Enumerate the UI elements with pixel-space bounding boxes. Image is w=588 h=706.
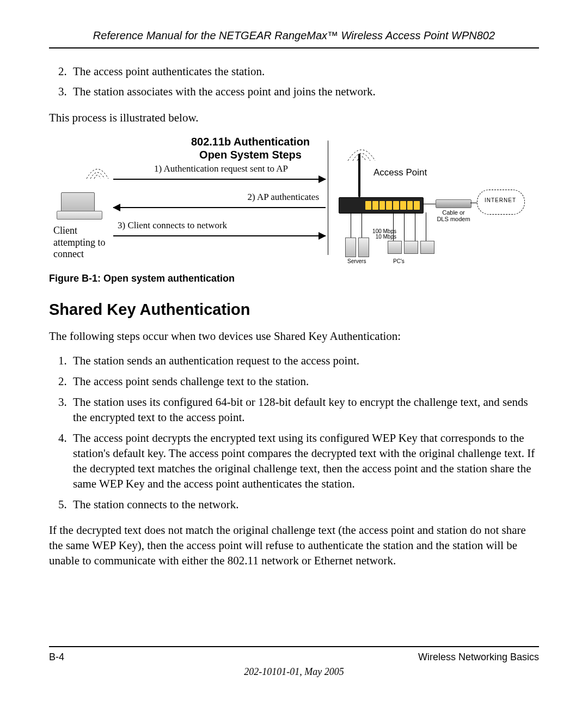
auth-arrows: 1) Authentication request sent to AP 2) … [113,163,326,259]
internet-label: INTERNET [477,197,524,203]
pc-icon [404,241,418,254]
servers-label: Servers [347,258,366,264]
wifi-signal-icon [345,142,378,163]
list-item: The station uses its configured 64-bit o… [70,395,539,425]
modem-label: Cable or DLS modem [436,209,471,222]
step-label: 2) AP authenticates [118,192,319,203]
modem-icon [436,199,471,208]
figure-title: 802.11b Authentication Open System Steps [174,135,327,161]
figure-open-system-auth: 802.11b Authentication Open System Steps… [49,135,474,263]
doc-info: 202-10101-01, May 2005 [49,666,539,678]
step-label: 1) Authentication request sent to AP [118,163,324,174]
open-system-steps-cont: The access point authenticates the stati… [49,64,539,100]
figure-title-line1: 802.11b Authentication [191,136,310,148]
footer-section: Wireless Networking Basics [418,652,539,663]
list-item: The access point sends challenge text to… [70,374,539,389]
pc-icon [420,241,434,254]
arrow-left-icon [113,207,326,208]
running-header: Reference Manual for the NETGEAR RangeMa… [49,29,539,48]
client-label: Client attempting to connect [53,225,113,260]
server-icon [358,238,369,257]
pcs-label: PC's [393,258,405,264]
page-footer: B-4 Wireless Networking Basics 202-10101… [49,646,539,678]
shared-key-steps: The station sends an authentication requ… [49,354,539,512]
list-item: The station associates with the access p… [70,84,539,100]
page-number: B-4 [49,652,64,663]
router-icon [339,197,424,214]
divider [328,141,328,255]
network-diagram: Access Point Cable or DLS modem INTERNET [334,142,525,261]
speed-label: 100 Mbps10 Mbps [365,229,396,240]
list-item: The access point decrypts the encrypted … [70,431,539,492]
illustrated-text: This process is illustrated below. [49,110,539,125]
internet-cloud-icon: INTERNET [477,190,524,214]
arrow-right-icon [113,235,326,236]
list-item: The station sends an authentication requ… [70,354,539,369]
closing-paragraph: If the decrypted text does not match the… [49,522,539,569]
section-intro: The following steps occur when two devic… [49,328,539,344]
pc-icon [388,241,402,254]
ap-label: Access Point [373,167,427,178]
arrow-right-icon [113,179,326,180]
page: Reference Manual for the NETGEAR RangeMa… [0,0,588,706]
antenna-icon [358,154,360,197]
list-item: The access point authenticates the stati… [70,64,539,80]
step-label: 3) Client connects to network [118,220,324,231]
section-heading-shared-key: Shared Key Authentication [49,301,539,319]
figure-title-line2: Open System Steps [199,149,302,161]
list-item: The station connects to the network. [70,497,539,513]
client-laptop-icon [53,165,108,220]
server-icon [345,238,356,257]
figure-caption: Figure B-1: Open system authentication [49,273,539,284]
